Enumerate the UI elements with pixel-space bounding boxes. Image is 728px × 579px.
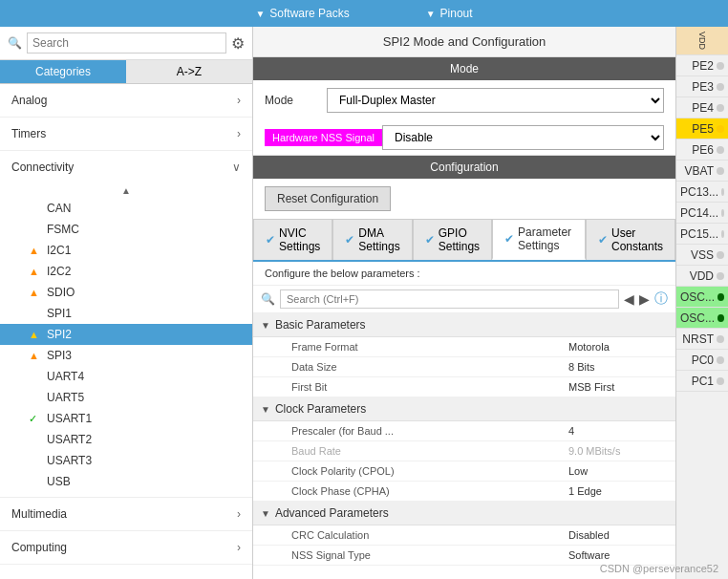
group-basic-params[interactable]: ▼ Basic Parameters	[253, 313, 675, 337]
sidebar-item-sdio[interactable]: ▲ SDIO	[0, 282, 252, 303]
check-icon: ✔	[266, 233, 275, 247]
group-clock-params[interactable]: ▼ Clock Parameters	[253, 397, 675, 421]
gear-icon[interactable]: ⚙	[231, 34, 245, 53]
pin-pc15: PC15...	[676, 224, 728, 245]
data-size-name: Data Size	[291, 361, 568, 373]
pin-pc0-label: PC0	[692, 354, 714, 367]
dma-settings-label: DMA Settings	[358, 226, 399, 253]
sidebar-item-spi2[interactable]: ▲ SPI2	[0, 324, 252, 345]
pin-vbat-dot	[717, 167, 724, 175]
sidebar-item-can[interactable]: CAN	[0, 198, 252, 219]
pin-pc0-dot	[717, 356, 724, 364]
chevron-down-icon: ▼	[261, 320, 270, 331]
main-layout: 🔍 ⚙ Categories A->Z Analog › Timers ›	[0, 27, 728, 579]
advanced-params-label: Advanced Parameters	[275, 506, 389, 520]
param-data-size: Data Size 8 Bits	[253, 357, 675, 377]
param-frame-format: Frame Format Motorola	[253, 337, 675, 357]
sidebar-item-spi1[interactable]: SPI1	[0, 303, 252, 324]
first-bit-name: First Bit	[291, 381, 568, 393]
sidebar: 🔍 ⚙ Categories A->Z Analog › Timers ›	[0, 27, 253, 579]
top-bar: ▼ Software Packs ▼ Pinout	[0, 0, 728, 27]
config-tabs: ✔ NVIC Settings ✔ DMA Settings ✔ GPIO Se…	[253, 219, 675, 262]
tab-az[interactable]: A->Z	[126, 60, 252, 83]
cpol-value: Low	[568, 465, 664, 477]
warning-icon: ▲	[29, 329, 42, 340]
mode-select[interactable]: Full-Duplex Master	[327, 88, 664, 113]
sidebar-search-input[interactable]	[27, 32, 226, 54]
sidebar-item-i2c1[interactable]: ▲ I2C1	[0, 240, 252, 261]
param-baud-rate: Baud Rate 9.0 MBits/s	[253, 441, 675, 461]
pin-osc2: OSC...	[676, 308, 728, 329]
section-timers-header[interactable]: Timers ›	[0, 118, 252, 150]
sidebar-item-spi3[interactable]: ▲ SPI3	[0, 345, 252, 366]
mode-section-header: Mode	[253, 57, 675, 80]
sidebar-content: Analog › Timers › Connectivity ∨ ▲	[0, 84, 252, 579]
pin-pc14: PC14...	[676, 203, 728, 224]
pin-pe4-dot	[717, 104, 724, 112]
next-result-button[interactable]: ▶	[639, 291, 650, 307]
tab-user-constants[interactable]: ✔ User Constants	[586, 219, 675, 260]
prev-result-button[interactable]: ◀	[624, 291, 634, 307]
sidebar-item-usb[interactable]: USB	[0, 471, 252, 492]
reset-config-button[interactable]: Reset Configuration	[265, 186, 391, 211]
sidebar-item-uart4[interactable]: UART4	[0, 366, 252, 387]
pin-vss-label: VSS	[691, 248, 714, 262]
pin-nrst: NRST	[676, 329, 728, 350]
warning-icon: ▲	[29, 245, 42, 256]
param-search-input[interactable]	[280, 290, 619, 309]
chevron-down-icon: ▼	[255, 9, 265, 19]
user-constants-label: User Constants	[611, 226, 663, 253]
pin-osc2-label: OSC...	[680, 311, 715, 325]
sidebar-item-usart2[interactable]: USART2	[0, 429, 252, 450]
section-multimedia-header[interactable]: Multimedia ›	[0, 498, 252, 530]
tab-dma-settings[interactable]: ✔ DMA Settings	[332, 219, 412, 260]
nss-label: Hardware NSS Signal	[265, 129, 382, 146]
nss-select[interactable]: Disable	[382, 125, 664, 150]
section-connectivity: Connectivity ∨ ▲ CAN FSMC ▲ I2C1	[0, 151, 252, 498]
pin-pe3: PE3	[676, 76, 728, 97]
sidebar-item-fsmc[interactable]: FSMC	[0, 219, 252, 240]
scroll-up-icon[interactable]: ▲	[0, 183, 252, 198]
pin-pe5-label: PE5	[692, 122, 714, 136]
tab-parameter-settings[interactable]: ✔ Parameter Settings	[492, 219, 586, 260]
section-computing: Computing ›	[0, 531, 252, 565]
timers-label: Timers	[11, 127, 46, 140]
pin-pc1: PC1	[676, 371, 728, 392]
pin-vdd-dot	[717, 272, 724, 280]
sidebar-item-usart1[interactable]: ✓ USART1	[0, 408, 252, 429]
crc-value: Disabled	[568, 529, 664, 541]
info-button[interactable]: ⓘ	[654, 290, 668, 308]
group-advanced-params[interactable]: ▼ Advanced Parameters	[253, 502, 675, 525]
tab-categories[interactable]: Categories	[0, 60, 126, 83]
param-search-row: 🔍 ◀ ▶ ⓘ	[253, 286, 675, 313]
section-analog-header[interactable]: Analog ›	[0, 84, 252, 117]
software-packs-menu[interactable]: ▼ Software Packs	[255, 7, 349, 20]
section-computing-header[interactable]: Computing ›	[0, 531, 252, 564]
sidebar-item-i2c2[interactable]: ▲ I2C2	[0, 261, 252, 282]
section-connectivity-header[interactable]: Connectivity ∨	[0, 151, 252, 183]
pin-vdd: VDD	[676, 266, 728, 287]
pin-pe5: PE5	[676, 118, 728, 139]
usb-label: USB	[47, 475, 71, 488]
mode-label: Mode	[265, 94, 317, 107]
pin-pc1-label: PC1	[692, 375, 714, 388]
pin-nrst-label: NRST	[682, 332, 714, 346]
tab-gpio-settings[interactable]: ✔ GPIO Settings	[413, 219, 492, 260]
tab-nvic-settings[interactable]: ✔ NVIC Settings	[253, 219, 332, 260]
spi2-label: SPI2	[47, 328, 72, 341]
pin-vbat-label: VBAT	[685, 164, 714, 178]
pin-vdd-top: VDD	[676, 27, 728, 55]
section-timers: Timers ›	[0, 118, 252, 151]
pinout-menu[interactable]: ▼ Pinout	[426, 7, 473, 20]
pin-osc1-dot	[717, 293, 724, 301]
baud-rate-value: 9.0 MBits/s	[568, 445, 664, 457]
vdd-vertical-label: VDD	[697, 32, 707, 50]
sidebar-item-usart3[interactable]: USART3	[0, 450, 252, 471]
check-icon: ✔	[598, 233, 608, 247]
chevron-right-icon: ›	[237, 541, 241, 554]
chevron-down-icon: ∨	[232, 161, 241, 174]
pinout-label: Pinout	[440, 7, 473, 20]
sidebar-item-uart5[interactable]: UART5	[0, 387, 252, 408]
basic-params-label: Basic Parameters	[275, 318, 366, 332]
pin-pe3-label: PE3	[692, 80, 714, 94]
